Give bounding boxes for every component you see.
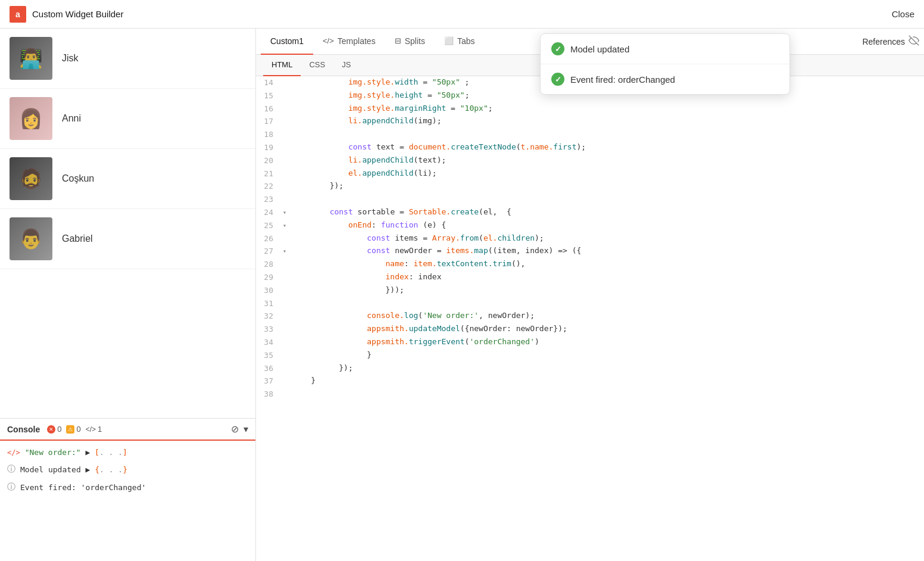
code-line: 23 bbox=[256, 193, 924, 206]
console-line-text-1: Model updated ▶ {. . .} bbox=[20, 465, 127, 474]
tab-label-custom1: Custom1 bbox=[270, 36, 304, 46]
code-line: 36 }); bbox=[256, 362, 924, 375]
error-count: 0 bbox=[57, 425, 61, 434]
fold-arrow bbox=[283, 128, 292, 130]
tab-label-tabs: Tabs bbox=[457, 36, 475, 46]
tab-custom1[interactable]: Custom1 bbox=[261, 29, 313, 55]
line-number: 28 bbox=[256, 258, 283, 271]
app-title: Custom Widget Builder bbox=[32, 9, 123, 19]
fold-arrow bbox=[283, 323, 292, 325]
person-name-anni: Anni bbox=[62, 113, 81, 124]
error-badge: ✕ 0 bbox=[47, 425, 61, 434]
console-line-icon-2: ⓘ bbox=[7, 482, 15, 493]
notification-item: Model updated bbox=[541, 34, 789, 64]
line-number: 20 bbox=[256, 154, 283, 167]
widget-item-jisk[interactable]: 👨‍💻Jisk bbox=[0, 29, 255, 89]
fold-arrow bbox=[283, 349, 292, 351]
line-content: onEnd: function (e) { bbox=[292, 219, 924, 232]
fold-arrow bbox=[283, 362, 292, 364]
line-number: 38 bbox=[256, 388, 283, 401]
fold-arrow[interactable]: ▾ bbox=[283, 206, 292, 217]
references-label: References bbox=[862, 37, 905, 46]
console-line-icon-1: ⓘ bbox=[7, 464, 15, 475]
line-content: } bbox=[292, 349, 924, 361]
code-line: 38 bbox=[256, 388, 924, 401]
sub-tab-html[interactable]: HTML bbox=[263, 55, 301, 76]
eye-slash-icon bbox=[909, 35, 919, 48]
code-line: 33 appsmith.updateModel({newOrder: newOr… bbox=[256, 323, 924, 336]
console-body: </>"New order:" ▶ [. . .]ⓘModel updated … bbox=[0, 441, 255, 561]
fold-arrow bbox=[283, 258, 292, 260]
app-icon: a bbox=[10, 6, 26, 23]
code-editor[interactable]: 14 img.style.width = "50px" ;15 img.styl… bbox=[256, 76, 924, 561]
line-number: 32 bbox=[256, 310, 283, 323]
console-expand-button[interactable]: ▾ bbox=[244, 423, 248, 435]
console-line: </>"New order:" ▶ [. . .] bbox=[0, 444, 255, 460]
fold-arrow bbox=[283, 375, 292, 376]
line-number: 16 bbox=[256, 102, 283, 116]
avatar-coskun: 🧔 bbox=[10, 157, 52, 200]
fold-arrow bbox=[283, 167, 292, 169]
code-line: 22 }); bbox=[256, 180, 924, 193]
fold-arrow bbox=[283, 141, 292, 143]
line-content: name: item.textContent.trim(), bbox=[292, 258, 924, 270]
widget-item-anni[interactable]: 👩Anni bbox=[0, 89, 255, 149]
info-badge: </> 1 bbox=[86, 425, 102, 434]
sub-tab-js[interactable]: JS bbox=[333, 55, 359, 76]
close-button[interactable]: Close bbox=[892, 9, 914, 19]
console-title: Console bbox=[7, 425, 40, 434]
notification-text: Model updated bbox=[570, 44, 629, 54]
fold-arrow[interactable]: ▾ bbox=[283, 245, 292, 256]
person-name-gabriel: Gabriel bbox=[62, 233, 93, 244]
line-content: })); bbox=[292, 284, 924, 297]
line-content: const newOrder = items.map((item, index)… bbox=[292, 245, 924, 257]
console-clear-button[interactable]: ⊘ bbox=[231, 423, 239, 435]
line-number: 25 bbox=[256, 219, 283, 232]
tab-tabs[interactable]: ⬜Tabs bbox=[435, 29, 485, 55]
console-line-text-2: Event fired: 'orderChanged' bbox=[20, 483, 146, 492]
line-content: console.log('New order:', newOrder); bbox=[292, 310, 924, 322]
tab-templates[interactable]: </>Templates bbox=[313, 29, 385, 55]
notification-check-icon bbox=[551, 73, 564, 86]
person-name-jisk: Jisk bbox=[62, 53, 79, 64]
notification-item: Event fired: orderChanged bbox=[541, 64, 789, 94]
person-name-coskun: Coşkun bbox=[62, 173, 94, 184]
line-content: index: index bbox=[292, 271, 924, 283]
line-content: const sortable = Sortable.create(el, { bbox=[292, 206, 924, 219]
fold-arrow bbox=[283, 154, 292, 156]
console-actions: ⊘ ▾ bbox=[231, 423, 248, 435]
main-layout: 👨‍💻Jisk👩Anni🧔Coşkun👨Gabriel Console ✕ 0 … bbox=[0, 29, 924, 561]
notification-text: Event fired: orderChanged bbox=[570, 74, 675, 85]
tab-splits[interactable]: ⊟Splits bbox=[385, 29, 435, 55]
line-number: 27 bbox=[256, 245, 283, 258]
fold-arrow bbox=[283, 284, 292, 286]
code-line: 18 bbox=[256, 128, 924, 141]
widget-item-coskun[interactable]: 🧔Coşkun bbox=[0, 149, 255, 209]
console-line-icon-0: </> bbox=[7, 448, 20, 457]
references-button[interactable]: References bbox=[862, 35, 919, 48]
fold-arrow bbox=[283, 193, 292, 195]
console-panel: Console ✕ 0 ⚠ 0 </> 1 ⊘ bbox=[0, 418, 255, 561]
top-bar: a Custom Widget Builder Close bbox=[0, 0, 924, 29]
fold-arrow bbox=[283, 271, 292, 273]
line-number: 30 bbox=[256, 284, 283, 297]
fold-arrow[interactable]: ▾ bbox=[283, 219, 292, 230]
top-bar-left: a Custom Widget Builder bbox=[10, 6, 123, 23]
line-content: li.appendChild(text); bbox=[292, 154, 924, 167]
code-line: 19 const text = document.createTextNode(… bbox=[256, 141, 924, 154]
sub-tab-css[interactable]: CSS bbox=[301, 55, 333, 76]
line-number: 19 bbox=[256, 141, 283, 154]
line-content: el.appendChild(li); bbox=[292, 167, 924, 180]
line-number: 14 bbox=[256, 76, 283, 89]
widget-item-gabriel[interactable]: 👨Gabriel bbox=[0, 209, 255, 269]
widget-list: 👨‍💻Jisk👩Anni🧔Coşkun👨Gabriel bbox=[0, 29, 255, 418]
line-number: 23 bbox=[256, 193, 283, 206]
code-line: 20 li.appendChild(text); bbox=[256, 154, 924, 167]
line-number: 36 bbox=[256, 362, 283, 375]
code-line: 27▾ const newOrder = items.map((item, in… bbox=[256, 245, 924, 258]
fold-arrow bbox=[283, 115, 292, 117]
info-count: 1 bbox=[98, 425, 102, 434]
fold-arrow bbox=[283, 336, 292, 338]
info-dot: </> bbox=[86, 425, 96, 434]
code-line: 17 li.appendChild(img); bbox=[256, 115, 924, 128]
